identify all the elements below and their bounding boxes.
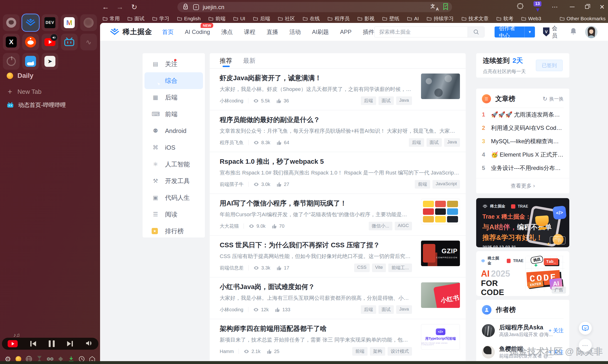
nav-ranking[interactable]: ★排行榜 (143, 223, 205, 239)
app-tile-d-app[interactable]: ➤ (41, 53, 58, 70)
browser-menu-icon[interactable]: ⋯ (552, 3, 558, 11)
author-name[interactable]: 后端程序员Aska (499, 324, 543, 331)
rank-item[interactable]: 4🥳 Element Plus X 正式开源... (476, 148, 569, 161)
nav-ai-coding[interactable]: AI CodingNEW (185, 29, 210, 35)
bookmark-folder[interactable]: 学习 (152, 15, 169, 22)
app-tile-github[interactable] (3, 14, 20, 31)
nav-events[interactable]: 活动 (289, 28, 301, 36)
app-tile-x[interactable]: X (3, 34, 20, 50)
app-tile-juejin-active[interactable] (22, 14, 39, 31)
caret-down-icon[interactable]: ▼ (525, 30, 535, 34)
article-row[interactable]: 用AI写了个微信小程序，春节期间玩疯了！ 年前用Cursor学习AI编程开发，做… (210, 194, 466, 235)
author-avatar[interactable] (482, 346, 495, 359)
article-title[interactable]: 小红书Java岗，面试难度如何？ (220, 282, 412, 291)
juejin-brand[interactable]: 稀土掘金 (110, 27, 152, 37)
bookmark-folder[interactable]: English (177, 16, 201, 22)
bookmark-folder[interactable]: 社区 (278, 15, 295, 22)
article-thumbnail[interactable]: 小红书 (421, 282, 460, 308)
rank-item[interactable]: 2利用通义灵码AI在VS Code中... (476, 121, 569, 135)
article-tag[interactable]: 后端 (361, 305, 376, 314)
article-author[interactable]: 程序员飞鱼 (220, 139, 244, 146)
bookmark-folder[interactable]: 影视 (357, 15, 374, 22)
user-avatar[interactable] (585, 26, 597, 38)
app-tile-faded-2[interactable]: ∿ (80, 34, 97, 50)
bookmark-saved-icon[interactable] (443, 3, 448, 11)
bookmark-folder[interactable]: 程序员 (328, 15, 350, 22)
nav-courses[interactable]: 课程 (244, 28, 255, 36)
back-icon[interactable]: ← (102, 3, 110, 11)
extensions-icon[interactable] (517, 3, 524, 11)
bookmark-folder[interactable]: 常用 (103, 15, 120, 22)
bookmark-folder[interactable]: 持续学习 (427, 15, 454, 22)
rank-item[interactable]: 5业务设计---不用redis分布式... (476, 161, 569, 175)
nav-home[interactable]: 首页 (162, 28, 174, 36)
nav-comprehensive[interactable]: 综合 (145, 72, 203, 89)
app-tile-reddit[interactable] (22, 34, 39, 50)
sidebar-item-daily[interactable]: Daily (7, 72, 33, 79)
article-thumbnail[interactable]: </> 用TypeScript写前端 WRITE FRONT-END USING… (421, 324, 460, 350)
article-title[interactable]: CSS 世风日下：为什么我们不再探讨 CSS 压缩了捏？ (220, 241, 412, 250)
nav-live[interactable]: 直播 (266, 28, 278, 36)
more-actions-button[interactable]: ⋯ (579, 339, 592, 352)
likes-icon[interactable] (275, 307, 280, 312)
article-author[interactable]: 前端信息差 (220, 265, 244, 271)
close-button[interactable]: ✕ (599, 4, 605, 10)
notifications-bell-icon[interactable] (570, 27, 577, 36)
sidebar-item-bilibili-tab[interactable]: 动态首页-哔哩哔哩 (7, 101, 66, 109)
likes-icon[interactable] (277, 265, 282, 271)
checked-in-button[interactable]: 已签到 (536, 60, 563, 71)
forward-icon[interactable]: → (116, 3, 124, 11)
article-row[interactable]: 程序员能做的最好的副业是什么？ 文章首发到公众号：月伴飞鱼，每天分享程序员职场经… (210, 110, 466, 152)
sidebar-item-new-tab[interactable]: + New Tab (7, 87, 41, 96)
app-tile-bilibili[interactable] (61, 34, 78, 50)
rank-refresh-button[interactable]: ↻换一换 (542, 95, 564, 102)
refresh-icon[interactable]: ↻ (130, 3, 138, 11)
nav-plugins[interactable]: 插件 (363, 28, 374, 36)
nav-app[interactable]: APP (340, 29, 352, 35)
article-tag[interactable]: 后端 (361, 96, 376, 105)
follow-button[interactable]: + 关注 (549, 349, 564, 356)
article-tag[interactable]: 前端 (352, 347, 368, 356)
nav-coding-life[interactable]: ▣代码人生 (143, 189, 205, 206)
article-tag[interactable]: Java (396, 305, 412, 314)
article-tag[interactable]: Vite (372, 263, 386, 272)
author-row[interactable]: 鱼樱前端 前端自由职业开发者 @... + 关注 (476, 340, 569, 362)
likes-icon[interactable] (272, 224, 277, 229)
article-tag[interactable]: Java (444, 138, 460, 147)
nav-ios[interactable]: ⌘iOS (143, 139, 205, 156)
creator-center-button[interactable]: 创作者中心 ▼ (495, 26, 535, 38)
nav-pins[interactable]: 沸点 (221, 28, 233, 36)
article-tag[interactable]: 设计模式 (388, 347, 412, 356)
bookmark-folder[interactable]: 技术文章 (462, 15, 489, 22)
app-tile-youtube[interactable] (41, 34, 58, 50)
article-author[interactable]: 大大花猫 (220, 223, 239, 229)
maximize-button[interactable] (585, 5, 589, 9)
code-contest-ad[interactable]: 稀土掘金 TRAE AI2025 FOR CODE 创意挑战赛 从灵感到实现，T… (476, 251, 569, 296)
bookmark-folder[interactable]: 在线 (303, 15, 320, 22)
nav-ai-quiz[interactable]: AI刷题 (312, 28, 329, 36)
article-title[interactable]: 架构师李四在前端用适配器都干了啥 (220, 324, 412, 333)
article-tag[interactable]: CSS (354, 263, 370, 272)
nav-ai[interactable]: ⚛人工智能 (143, 156, 205, 173)
article-tag[interactable]: Java (396, 96, 412, 105)
lock-icon[interactable] (183, 4, 188, 11)
nav-devtools[interactable]: ⚒开发工具 (143, 173, 205, 189)
nav-android[interactable]: ⚉Android (143, 122, 205, 139)
article-tag[interactable]: 前端 (415, 180, 430, 189)
app-tile-faded-1[interactable] (80, 14, 97, 31)
article-tag[interactable]: AIGC (395, 222, 412, 230)
nav-reading[interactable]: ☰阅读 (143, 206, 205, 223)
feedback-chat-button[interactable] (579, 322, 592, 335)
previous-track-button[interactable] (30, 341, 36, 347)
minimize-button[interactable] (570, 7, 575, 7)
other-bookmarks[interactable]: Other Bookmarks (560, 16, 606, 22)
author-avatar[interactable] (482, 324, 495, 337)
article-row[interactable]: 小红书Java岗，面试难度如何？ 大家好，我是小林。上海有三巨头互联网公司薪资都… (210, 277, 466, 319)
article-row[interactable]: CSS 世风日下：为什么我们不再探讨 CSS 压缩了捏？ CSS 压缩有助于提高… (210, 235, 466, 277)
article-title[interactable]: 用AI写了个微信小程序，春节期间玩疯了！ (220, 199, 412, 208)
bookmark-folder[interactable]: 壁纸 (382, 15, 399, 22)
bookmark-folder[interactable]: 前端 (209, 15, 225, 22)
article-tag[interactable]: 面试 (426, 138, 442, 147)
likes-icon[interactable] (277, 182, 282, 187)
nav-frontend[interactable]: ⌨前端 (143, 106, 205, 122)
